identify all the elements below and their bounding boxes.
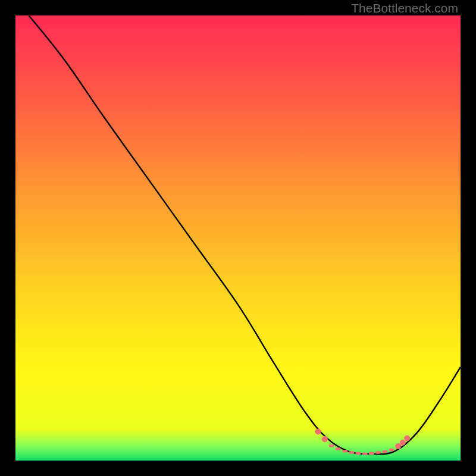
chart-background [15, 15, 461, 461]
svg-rect-9 [375, 451, 381, 453]
svg-rect-8 [369, 452, 374, 455]
svg-point-1 [322, 436, 328, 442]
chart-frame [15, 15, 461, 461]
svg-rect-6 [355, 452, 361, 455]
watermark-text: TheBottleneck.com [351, 1, 458, 15]
svg-point-13 [400, 440, 406, 446]
svg-rect-3 [336, 447, 341, 450]
svg-rect-7 [362, 453, 368, 455]
svg-rect-5 [349, 451, 354, 453]
svg-rect-2 [329, 444, 334, 447]
svg-rect-11 [389, 449, 394, 451]
svg-point-0 [315, 428, 321, 434]
svg-rect-4 [342, 450, 347, 452]
chart-svg [15, 15, 461, 461]
svg-point-14 [404, 436, 410, 441]
svg-rect-10 [382, 450, 387, 453]
